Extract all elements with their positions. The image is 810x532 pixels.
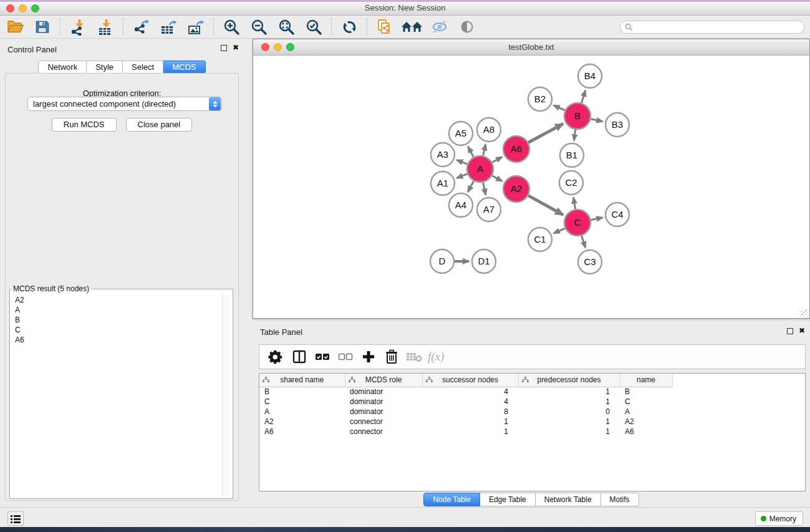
table-cell[interactable]: C bbox=[259, 397, 345, 407]
float-table-panel-icon[interactable] bbox=[787, 328, 793, 334]
network-zoom-button[interactable] bbox=[286, 43, 294, 51]
table-cell[interactable]: A6 bbox=[620, 427, 672, 437]
zoom-window-button[interactable] bbox=[31, 4, 39, 12]
select-all-checkboxes-button[interactable] bbox=[311, 347, 334, 367]
table-cell[interactable]: 8 bbox=[422, 407, 518, 417]
tab-select[interactable]: Select bbox=[123, 60, 163, 74]
tab-node-table[interactable]: Node Table bbox=[423, 493, 480, 506]
tab-motifs[interactable]: Motifs bbox=[601, 493, 639, 506]
edge-A-A3[interactable] bbox=[456, 160, 467, 165]
table-cell[interactable]: 4 bbox=[422, 397, 518, 407]
mcds-result-item[interactable]: A2 bbox=[15, 295, 222, 305]
edge-C-C3[interactable] bbox=[582, 236, 586, 248]
zoom-selected-button[interactable] bbox=[300, 17, 327, 37]
tab-mcds[interactable]: MCDS bbox=[163, 60, 205, 74]
close-table-panel-icon[interactable]: ✖ bbox=[799, 327, 805, 334]
table-cell[interactable]: 1 bbox=[422, 417, 518, 427]
mcds-result-list[interactable]: A2ABCA6 bbox=[12, 294, 222, 496]
edge-B-B3[interactable] bbox=[591, 119, 602, 122]
edge-A2-C[interactable] bbox=[528, 196, 563, 215]
edge-B-B1[interactable] bbox=[574, 130, 575, 140]
table-cell[interactable]: connector bbox=[345, 417, 422, 427]
show-panels-button[interactable] bbox=[7, 511, 24, 526]
column-header-predecessor-nodes[interactable]: predecessor nodes bbox=[518, 374, 620, 387]
column-header-name[interactable]: name bbox=[620, 374, 672, 387]
minimize-window-button[interactable] bbox=[19, 4, 27, 12]
memory-button[interactable]: Memory bbox=[755, 511, 803, 526]
zoom-out-button[interactable] bbox=[245, 17, 272, 37]
edge-C-C4[interactable] bbox=[591, 218, 603, 220]
duplicate-network-button[interactable] bbox=[371, 17, 398, 37]
mcds-result-item[interactable]: C bbox=[15, 325, 222, 335]
deselect-all-checkboxes-button[interactable] bbox=[334, 347, 357, 367]
edge-A-A2[interactable] bbox=[492, 176, 502, 181]
tab-network[interactable]: Network bbox=[38, 60, 87, 74]
criterion-dropdown[interactable]: largest connected component (directed) bbox=[27, 97, 222, 111]
table-row[interactable]: A2connector11A2 bbox=[259, 417, 806, 427]
table-cell[interactable]: 0 bbox=[518, 407, 620, 417]
edge-A6-B[interactable] bbox=[528, 123, 563, 142]
show-graphics-details-button[interactable] bbox=[453, 17, 481, 37]
tab-style[interactable]: Style bbox=[87, 60, 123, 74]
close-panel-button[interactable]: Close panel bbox=[126, 118, 193, 132]
edge-B-B4[interactable] bbox=[582, 90, 586, 103]
table-cell[interactable]: A2 bbox=[620, 417, 672, 427]
table-cell[interactable]: B bbox=[620, 387, 672, 397]
table-cell[interactable]: A bbox=[620, 407, 672, 417]
zoom-in-button[interactable] bbox=[218, 17, 245, 37]
export-image-button[interactable] bbox=[182, 17, 210, 37]
edge-A-A1[interactable] bbox=[456, 174, 467, 178]
mcds-result-scrollbar[interactable] bbox=[222, 294, 231, 496]
tab-network-table[interactable]: Network Table bbox=[536, 493, 601, 506]
hide-selected-button[interactable] bbox=[426, 17, 453, 37]
import-network-button[interactable] bbox=[64, 17, 92, 37]
table-cell[interactable]: 1 bbox=[518, 427, 620, 437]
table-cell[interactable]: connector bbox=[345, 427, 422, 437]
edge-A-A6[interactable] bbox=[492, 157, 502, 163]
edge-C-C2[interactable] bbox=[574, 198, 576, 210]
search-input[interactable] bbox=[633, 22, 804, 32]
table-cell[interactable]: B bbox=[259, 387, 345, 397]
search-field[interactable] bbox=[620, 21, 804, 34]
edge-B-B2[interactable] bbox=[554, 105, 565, 110]
table-cell[interactable]: dominator bbox=[345, 397, 422, 407]
first-neighbors-button[interactable] bbox=[398, 17, 426, 37]
table-cell[interactable]: 4 bbox=[422, 387, 518, 397]
table-row[interactable]: A6connector11A6 bbox=[259, 427, 806, 437]
export-network-button[interactable] bbox=[127, 17, 155, 37]
column-header-shared-name[interactable]: shared name bbox=[259, 374, 345, 387]
run-mcds-button[interactable]: Run MCDS bbox=[52, 118, 117, 132]
table-cell[interactable]: A2 bbox=[259, 417, 345, 427]
column-visibility-button[interactable] bbox=[287, 347, 311, 367]
delete-row-button[interactable] bbox=[380, 347, 403, 367]
column-header-successor-nodes[interactable]: successor nodes bbox=[422, 374, 518, 387]
table-cell[interactable]: A bbox=[259, 407, 345, 417]
table-settings-gear-button[interactable] bbox=[264, 347, 287, 367]
table-cell[interactable]: 1 bbox=[518, 387, 620, 397]
mcds-result-item[interactable]: B bbox=[15, 315, 222, 325]
float-panel-icon[interactable] bbox=[221, 45, 227, 51]
mcds-result-item[interactable]: A bbox=[15, 305, 222, 315]
table-cell[interactable]: dominator bbox=[345, 387, 422, 397]
edge-A-A7[interactable] bbox=[483, 183, 486, 195]
edge-C-C1[interactable] bbox=[554, 228, 565, 233]
edge-A-A5[interactable] bbox=[468, 147, 473, 157]
zoom-fit-button[interactable] bbox=[272, 17, 300, 37]
column-header-MCDS-role[interactable]: MCDS role bbox=[345, 374, 422, 387]
table-cell[interactable]: A6 bbox=[259, 427, 345, 437]
edge-A-A4[interactable] bbox=[468, 181, 473, 191]
refresh-button[interactable] bbox=[335, 17, 363, 37]
tab-edge-table[interactable]: Edge Table bbox=[480, 493, 536, 506]
network-canvas[interactable]: B4B2BB3A5A8A6A3B1AA1C2A2A4A7C4CC1C3DD1 bbox=[253, 56, 809, 318]
table-cell[interactable]: dominator bbox=[345, 407, 422, 417]
add-row-button[interactable] bbox=[357, 347, 380, 367]
table-row[interactable]: Cdominator41C bbox=[259, 397, 806, 407]
network-minimize-button[interactable] bbox=[274, 43, 282, 51]
table-cell[interactable]: 1 bbox=[518, 417, 620, 427]
close-window-button[interactable] bbox=[6, 4, 14, 12]
table-cell[interactable]: C bbox=[620, 397, 672, 407]
export-table-button[interactable] bbox=[155, 17, 182, 37]
table-cell[interactable]: 1 bbox=[518, 397, 620, 407]
open-file-button[interactable] bbox=[1, 17, 29, 37]
table-row[interactable]: Adominator80A bbox=[259, 407, 806, 417]
